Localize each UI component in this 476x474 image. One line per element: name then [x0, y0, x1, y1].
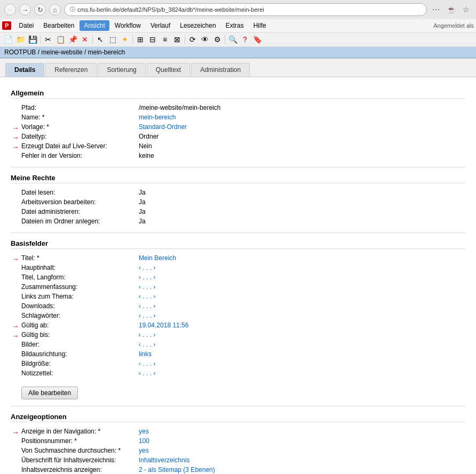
field-gueltig-bis-value[interactable]: ‹ . . . ›	[139, 331, 155, 339]
bookmark-button[interactable]: ☕	[445, 4, 457, 15]
field-bilder-value[interactable]: ‹ . . . ›	[139, 341, 155, 348]
field-downloads: Downloads: ‹ . . . ›	[21, 301, 465, 311]
field-erzeugt-label: Erzeugt Datei auf Live-Server:	[21, 142, 139, 150]
menu-workflow[interactable]: Workflow	[110, 20, 145, 31]
menu-verlauf[interactable]: Verlauf	[146, 20, 174, 31]
field-bildgroesse: Bildgröße: ‹ . . . ›	[21, 359, 465, 368]
field-anlegen-label: Dateien im Ordner anlegen:	[21, 218, 139, 225]
menu-hilfe[interactable]: Hilfe	[249, 20, 271, 31]
field-dateityp-label: Dateityp:	[21, 133, 139, 140]
field-vorlage: → Vorlage: * Standard-Ordner	[21, 122, 465, 132]
section-anzeigeoptionen-title: Anzeigeoptionen	[11, 413, 465, 422]
field-bildausrichtung: Bildausrichtung: links	[21, 349, 465, 359]
field-notizzettel-value[interactable]: ‹ . . . ›	[139, 369, 155, 377]
toolbar-cut[interactable]: ✂	[42, 34, 54, 45]
field-arbeitsversion-label: Arbeitsversion bearbeiten:	[21, 198, 139, 206]
menu-ansicht[interactable]: Ansicht	[80, 20, 109, 31]
toolbar-sep2	[92, 35, 93, 44]
field-zusammenfassung-value[interactable]: ‹ . . . ›	[139, 283, 155, 291]
field-erzeugt-value: Nein	[139, 142, 152, 150]
field-inhaltsverzeichnis-label: Inhaltsverzeichnis anzeigen:	[21, 466, 139, 473]
field-links-value[interactable]: ‹ . . . ›	[139, 293, 155, 300]
more-options-button[interactable]: ⋯	[430, 4, 442, 15]
menu-datei[interactable]: Datei	[14, 20, 38, 31]
field-downloads-value[interactable]: ‹ . . . ›	[139, 302, 155, 310]
toolbar-list[interactable]: ≡	[159, 34, 171, 45]
field-lesen-value: Ja	[139, 189, 146, 196]
menu-extras[interactable]: Extras	[221, 20, 248, 31]
field-bildausrichtung-label: Bildausrichtung:	[21, 350, 139, 358]
field-name-value[interactable]: mein-bereich	[139, 114, 176, 121]
field-name-label: Name: *	[21, 114, 139, 121]
field-vorlage-value[interactable]: Standard-Ordner	[139, 123, 187, 131]
menu-lesezeichen[interactable]: Lesezeichen	[176, 20, 220, 31]
field-anlegen-value: Ja	[139, 218, 146, 225]
field-anlegen: Dateien im Ordner anlegen: Ja	[21, 216, 465, 226]
toolbar-paste[interactable]: 📌	[67, 34, 78, 45]
toolbar-cursor[interactable]: ↖	[94, 34, 106, 45]
tab-referenzen[interactable]: Referenzen	[45, 63, 97, 77]
field-gueltig-ab-value[interactable]: 19.04.2018 11:56	[139, 322, 188, 329]
field-bildgroesse-value[interactable]: ‹ . . . ›	[139, 360, 155, 367]
toolbar-grid[interactable]: ⊟	[147, 34, 158, 45]
browser-nav: ← → ↻ ⌂ ⓘ cms.fu-berlin.de/default2/NPS/…	[0, 0, 476, 19]
field-lesen: Datei lesen: Ja	[21, 188, 465, 197]
toolbar-new[interactable]: 📄	[2, 34, 14, 45]
field-erzeugt: → Erzeugt Datei auf Live-Server: Nein	[21, 141, 465, 151]
field-hauptinhalt-value[interactable]: ‹ . . . ›	[139, 264, 155, 271]
field-navigation-label: Anzeige in der Navigation: *	[21, 428, 139, 435]
toolbar-open[interactable]: 📁	[14, 34, 26, 45]
home-button[interactable]: ⌂	[49, 4, 61, 15]
star-button[interactable]: ☆	[460, 4, 472, 15]
toolbar-view[interactable]: ⊠	[171, 34, 183, 45]
section-anzeigeoptionen: Anzeigeoptionen → Anzeige in der Navigat…	[11, 413, 465, 474]
toolbar-delete[interactable]: ✕	[79, 34, 91, 45]
field-schlagwoerter-value[interactable]: ‹ . . . ›	[139, 312, 155, 319]
field-titel-value[interactable]: Mein Bereich	[139, 254, 176, 262]
toolbar-search[interactable]: 🔍	[227, 34, 239, 45]
tab-quelltext[interactable]: Quelltext	[147, 63, 190, 77]
field-positionsnummer-value[interactable]: 100	[139, 437, 149, 445]
field-titel: → Titel: * Mein Bereich	[21, 253, 465, 263]
address-bar[interactable]: ⓘ cms.fu-berlin.de/default2/NPS/p/b_3824…	[64, 3, 427, 16]
field-schlagwoerter: Schlagwörter: ‹ . . . ›	[21, 311, 465, 320]
field-ueberschrift-value[interactable]: Inhaltsverzeichnis	[139, 456, 189, 464]
toolbar-wizard[interactable]: ✦	[119, 34, 131, 45]
toolbar-copy[interactable]: 📋	[54, 34, 66, 45]
reload-button[interactable]: ↻	[34, 4, 46, 15]
toolbar-eye[interactable]: 👁	[199, 34, 211, 45]
toolbar-select[interactable]: ⬚	[107, 34, 118, 45]
toolbar-bookmark-red[interactable]: 🔖	[251, 34, 263, 45]
toolbar-save[interactable]: 💾	[27, 34, 38, 45]
toolbar-sep5	[225, 35, 225, 44]
forward-button[interactable]: →	[19, 4, 31, 15]
field-titel-lang-value[interactable]: ‹ . . . ›	[139, 274, 155, 281]
toolbar-settings[interactable]: ⚙	[211, 34, 223, 45]
menu-bearbeiten[interactable]: Bearbeiten	[39, 20, 78, 31]
field-dateityp-value: Ordner	[139, 133, 158, 140]
toolbar-help[interactable]: ?	[239, 34, 251, 45]
field-gueltig-ab: → Gültig ab: 19.04.2018 11:56	[21, 320, 465, 330]
field-suchmaschine-value[interactable]: yes	[139, 447, 149, 454]
field-suchmaschine: Von Suchmaschine durchsuchen: * yes	[21, 446, 465, 455]
tab-sortierung[interactable]: Sortierung	[98, 63, 145, 77]
field-lesen-label: Datei lesen:	[21, 189, 139, 196]
brand-icon: P	[2, 21, 11, 30]
field-bildausrichtung-value[interactable]: links	[139, 350, 152, 358]
tab-administration[interactable]: Administration	[191, 63, 250, 77]
divider-3	[11, 406, 465, 406]
back-button[interactable]: ←	[4, 4, 16, 15]
field-inhaltsverzeichnis-value[interactable]: 2 - als Sitemap (3 Ebenen)	[139, 466, 215, 473]
toolbar-refresh[interactable]: ⟳	[187, 34, 199, 45]
alle-bearbeiten-button[interactable]: Alle bearbeiten	[21, 387, 78, 399]
section-basisfelder: Basisfelder → Titel: * Mein Bereich Haup…	[11, 239, 465, 399]
lock-icon: ⓘ	[70, 6, 75, 13]
toolbar-table[interactable]: ⊞	[134, 34, 146, 45]
field-positionsnummer: Positionsnummer: * 100	[21, 436, 465, 446]
field-pfad-label: Pfad:	[21, 104, 139, 111]
field-gueltig-bis-label: Gültig bis:	[21, 331, 139, 339]
field-suchmaschine-label: Von Suchmaschine durchsuchen: *	[21, 447, 139, 454]
field-titel-label: Titel: *	[21, 254, 139, 262]
tab-details[interactable]: Details	[5, 63, 44, 77]
field-navigation-value[interactable]: yes	[139, 428, 149, 435]
